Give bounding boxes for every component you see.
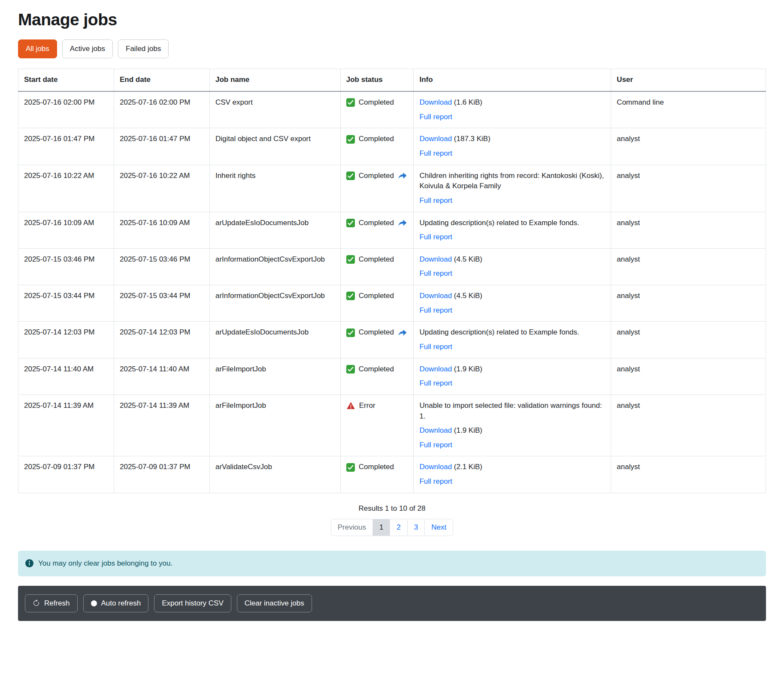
pagination-page-2[interactable]: 2 (390, 519, 407, 536)
full-report-link[interactable]: Full report (419, 149, 452, 157)
full-report-link[interactable]: Full report (419, 477, 452, 485)
user-cell: analyst (611, 128, 766, 165)
job-status: Completed (346, 218, 408, 229)
info-circle-icon (25, 559, 33, 567)
user-name: Command line (617, 97, 664, 108)
table-row: 2025-07-16 01:47 PM2025-07-16 01:47 PMDi… (18, 128, 766, 165)
download-link[interactable]: Download (419, 292, 452, 300)
job-status-cell: Completed (340, 128, 414, 165)
user-cell: analyst (611, 322, 766, 358)
clear-inactive-jobs-button[interactable]: Clear inactive jobs (237, 594, 312, 612)
tab-failed-jobs[interactable]: Failed jobs (118, 39, 169, 58)
job-status: Error (346, 401, 408, 411)
pagination-next[interactable]: Next (424, 519, 453, 536)
action-bar: Refresh Auto refresh Export history CSV … (18, 586, 766, 621)
job-status-cell: Completed (340, 322, 414, 358)
jobs-table: Start date End date Job name Job status … (18, 69, 766, 493)
full-report-line: Full report (419, 305, 605, 316)
export-history-csv-button[interactable]: Export history CSV (154, 594, 231, 612)
pagination-page-1[interactable]: 1 (372, 519, 390, 536)
redirect-arrow-icon[interactable] (398, 328, 407, 337)
refresh-button[interactable]: Refresh (25, 594, 78, 612)
user-name: analyst (617, 254, 640, 265)
end-date-cell: 2025-07-16 10:22 AM (114, 165, 209, 212)
full-report-link[interactable]: Full report (419, 196, 452, 205)
user-name: analyst (617, 291, 640, 301)
full-report-link[interactable]: Full report (419, 343, 452, 351)
col-header-job-name: Job name (209, 69, 340, 91)
download-size: (1.9 KiB) (452, 365, 482, 373)
job-status-cell: Completed (340, 248, 414, 285)
refresh-button-label: Refresh (44, 599, 70, 608)
job-name-cell: CSV export (209, 91, 340, 128)
full-report-line: Full report (419, 268, 605, 279)
pagination-page-3[interactable]: 3 (407, 519, 425, 536)
download-link[interactable]: Download (419, 426, 452, 434)
table-row: 2025-07-09 01:37 PM2025-07-09 01:37 PMar… (18, 456, 766, 493)
job-status: Completed (346, 364, 408, 375)
job-name-cell: arUpdateEsIoDocumentsJob (209, 212, 340, 248)
start-date-cell: 2025-07-15 03:46 PM (18, 248, 114, 285)
full-report-link[interactable]: Full report (419, 269, 452, 277)
full-report-link[interactable]: Full report (419, 379, 452, 387)
auto-refresh-button[interactable]: Auto refresh (83, 594, 149, 612)
job-status-label: Completed (359, 171, 394, 181)
end-date-cell: 2025-07-16 02:00 PM (114, 91, 209, 128)
job-name-cell: arFileImportJob (209, 395, 340, 456)
download-link[interactable]: Download (419, 365, 452, 373)
tab-active-jobs[interactable]: Active jobs (62, 39, 113, 58)
job-status-cell: Completed (340, 456, 414, 493)
user-cell: analyst (611, 212, 766, 248)
end-date-cell: 2025-07-14 11:39 AM (114, 395, 209, 456)
job-name-cell: arFileImportJob (209, 358, 340, 395)
download-size: (4.5 KiB) (452, 292, 482, 300)
pagination: Previous 1 2 3 Next (18, 519, 766, 536)
download-line: Download (4.5 KiB) (419, 291, 605, 301)
download-link[interactable]: Download (419, 135, 452, 143)
table-row: 2025-07-14 11:39 AM2025-07-14 11:39 AMar… (18, 395, 766, 456)
table-row: 2025-07-14 11:40 AM2025-07-14 11:40 AMar… (18, 358, 766, 395)
full-report-link[interactable]: Full report (419, 233, 452, 241)
full-report-line: Full report (419, 148, 605, 159)
job-status-cell: Completed (340, 165, 414, 212)
info-cell: Children inheriting rights from record: … (414, 165, 611, 212)
circle-icon (91, 600, 97, 606)
check-square-icon (346, 365, 355, 374)
info-cell: Updating description(s) related to Examp… (414, 212, 611, 248)
redirect-arrow-icon[interactable] (398, 219, 407, 227)
warning-triangle-icon (346, 401, 355, 410)
end-date-cell: 2025-07-16 10:09 AM (114, 212, 209, 248)
redirect-arrow-icon[interactable] (398, 172, 407, 180)
job-status: Completed (346, 327, 408, 338)
start-date-cell: 2025-07-16 10:22 AM (18, 165, 114, 212)
full-report-link[interactable]: Full report (419, 441, 452, 449)
user-cell: analyst (611, 456, 766, 493)
tab-all-jobs[interactable]: All jobs (18, 39, 57, 58)
job-status-label: Completed (359, 134, 394, 145)
check-square-icon (346, 328, 355, 337)
download-link[interactable]: Download (419, 255, 452, 263)
job-status-label: Completed (359, 291, 394, 301)
full-report-link[interactable]: Full report (419, 306, 452, 314)
info-cell: Download (1.6 KiB)Full report (414, 91, 611, 128)
download-line: Download (1.9 KiB) (419, 364, 605, 375)
full-report-line: Full report (419, 378, 605, 389)
pagination-previous[interactable]: Previous (331, 519, 373, 536)
check-square-icon (346, 463, 355, 472)
user-name: analyst (617, 171, 640, 181)
job-status: Completed (346, 171, 408, 181)
end-date-cell: 2025-07-14 12:03 PM (114, 322, 209, 358)
download-link[interactable]: Download (419, 463, 452, 471)
end-date-cell: 2025-07-14 11:40 AM (114, 358, 209, 395)
job-name-cell: Inherit rights (209, 165, 340, 212)
job-status-cell: Completed (340, 358, 414, 395)
job-name-cell: arInformationObjectCsvExportJob (209, 248, 340, 285)
full-report-link[interactable]: Full report (419, 113, 452, 121)
user-name: analyst (617, 134, 640, 145)
page-title: Manage jobs (18, 10, 766, 29)
clear-inactive-jobs-label: Clear inactive jobs (245, 599, 304, 608)
download-link[interactable]: Download (419, 98, 452, 106)
info-message: Updating description(s) related to Examp… (419, 218, 605, 229)
info-message: Unable to import selected file: validati… (419, 401, 605, 422)
download-size: (1.6 KiB) (452, 98, 482, 106)
